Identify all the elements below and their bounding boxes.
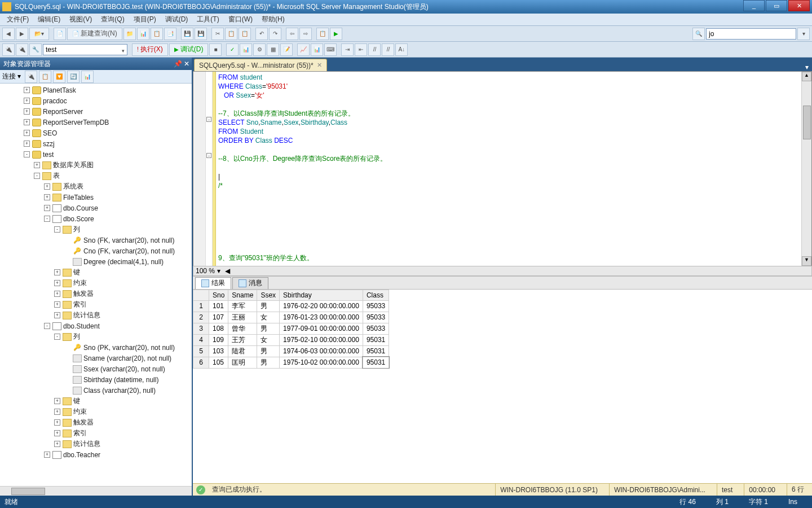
debug-button[interactable]: ▶ 调试(D) — [169, 43, 209, 56]
zoom-level[interactable]: 100 % — [196, 267, 215, 275]
code-content[interactable]: FROM student WHERE Class='95031' OR Ssex… — [216, 72, 801, 266]
grid-cell[interactable]: 男 — [257, 300, 280, 312]
redo-button[interactable]: ↷ — [269, 28, 281, 40]
fold-marker-icon[interactable]: - — [206, 153, 211, 158]
tree-node[interactable]: +PlanetTask — [0, 85, 192, 95]
grid-cell[interactable]: 109 — [209, 334, 228, 345]
grid-cell[interactable]: 王芳 — [228, 334, 257, 345]
grid-header[interactable]: Sname — [228, 290, 257, 300]
grid-header[interactable]: Class — [363, 290, 389, 300]
results-grid-button[interactable]: ▦ — [267, 43, 279, 56]
results-text-button[interactable]: 📝 — [280, 43, 293, 56]
grid-cell[interactable]: 男 — [257, 323, 280, 334]
grid-cell[interactable]: 王丽 — [228, 312, 257, 323]
grid-header[interactable]: Sbirthday — [280, 290, 363, 300]
menu-item[interactable]: 帮助(H) — [257, 14, 289, 25]
disconnect-button[interactable]: 🔌 — [16, 43, 28, 56]
expand-icon[interactable]: - — [44, 216, 50, 222]
grid-cell[interactable]: 95031 — [363, 345, 389, 357]
grid-header[interactable]: Sno — [209, 290, 228, 300]
grid-cell[interactable]: 2 — [193, 312, 209, 323]
tree-node[interactable]: +数据库关系图 — [0, 160, 192, 170]
back-button[interactable]: ◀ — [2, 28, 15, 40]
expand-icon[interactable]: + — [54, 280, 60, 286]
tree-node[interactable]: -dbo.Score — [0, 213, 192, 224]
search-input[interactable] — [706, 28, 796, 40]
tree-node[interactable]: Sname (varchar(20), not null) — [0, 353, 192, 364]
expand-icon[interactable]: + — [44, 194, 50, 200]
parse-button[interactable]: ✓ — [226, 43, 239, 56]
grid-cell[interactable]: 95031 — [363, 357, 389, 368]
minimize-button[interactable]: _ — [743, 0, 765, 11]
messages-tab[interactable]: 消息 — [232, 277, 268, 289]
undo-button[interactable]: ↶ — [255, 28, 268, 40]
expand-icon[interactable]: + — [34, 162, 40, 168]
oe-filter-button[interactable]: 🔽 — [53, 71, 65, 83]
fold-gutter[interactable]: - - — [206, 72, 213, 266]
save-all-button[interactable]: 💾 — [195, 28, 207, 40]
tree-node[interactable]: +约束 — [0, 278, 192, 288]
grid-cell[interactable]: 匡明 — [228, 357, 257, 368]
client-stats-button[interactable]: 📊 — [311, 43, 323, 56]
grid-cell[interactable]: 1977-09-01 00:00:00.000 — [280, 323, 363, 334]
oe-btn5[interactable]: 📊 — [81, 71, 94, 83]
copy-button[interactable]: 📋 — [225, 28, 237, 40]
grid-cell[interactable]: 107 — [209, 312, 228, 323]
scroll-down-icon[interactable]: ▼ — [802, 256, 811, 266]
connect-button[interactable]: 🔌 — [2, 43, 15, 56]
close-button[interactable]: ✕ — [788, 0, 810, 11]
include-plan-button[interactable]: 📈 — [297, 43, 310, 56]
expand-icon[interactable]: + — [54, 312, 60, 318]
report-button[interactable]: 📑 — [164, 28, 176, 40]
grid-cell[interactable]: 男 — [257, 357, 280, 368]
expand-icon[interactable]: + — [54, 419, 60, 426]
tree-node[interactable]: 🔑Sno (PK, varchar(20), not null) — [0, 342, 192, 353]
menu-item[interactable]: 编辑(E) — [33, 14, 65, 25]
expand-icon[interactable]: + — [54, 398, 60, 404]
tree-node[interactable]: +索引 — [0, 428, 192, 439]
sql-editor[interactable]: - - FROM student WHERE Class='95031' OR … — [193, 71, 812, 266]
grid-header[interactable] — [193, 290, 209, 300]
tree-node[interactable]: +索引 — [0, 299, 192, 310]
grid-cell[interactable]: 5 — [193, 345, 209, 357]
tree-node[interactable]: +统计信息 — [0, 439, 192, 449]
expand-icon[interactable]: + — [24, 130, 30, 136]
expand-icon[interactable]: + — [54, 301, 60, 308]
plan-button[interactable]: 📊 — [240, 43, 252, 56]
stop-button[interactable]: ■ — [209, 43, 222, 56]
grid-cell[interactable]: 95033 — [363, 300, 389, 312]
save-button[interactable]: 💾 — [181, 28, 193, 40]
grid-cell[interactable]: 女 — [257, 334, 280, 345]
grid-cell[interactable]: 3 — [193, 323, 209, 334]
expand-icon[interactable]: + — [44, 183, 50, 190]
fold-marker-icon[interactable]: - — [206, 117, 211, 122]
oe-refresh-button[interactable]: 🔄 — [67, 71, 80, 83]
properties-button[interactable]: 📋 — [316, 28, 329, 40]
menu-item[interactable]: 窗口(W) — [224, 14, 257, 25]
tree-node[interactable]: +dbo.Course — [0, 203, 192, 213]
find-button[interactable]: 🔍 — [692, 28, 705, 40]
scroll-up-icon[interactable]: ▲ — [802, 72, 811, 81]
expand-icon[interactable]: + — [24, 119, 30, 125]
tree-node[interactable]: 🔑Cno (FK, varchar(20), not null) — [0, 246, 192, 256]
scroll-thumb[interactable] — [803, 106, 811, 139]
change-conn-button[interactable]: 🔧 — [29, 43, 42, 56]
tree-node[interactable]: -列 — [0, 331, 192, 342]
tree-node[interactable]: +ReportServer — [0, 106, 192, 117]
expand-icon[interactable]: + — [24, 87, 30, 93]
grid-cell[interactable]: 1974-06-03 00:00:00.000 — [280, 345, 363, 357]
object-explorer-tree[interactable]: +PlanetTask+pracdoc+ReportServer+ReportS… — [0, 84, 192, 486]
indent-button[interactable]: ⇥ — [341, 43, 354, 56]
expand-icon[interactable]: + — [54, 291, 60, 297]
expand-icon[interactable]: - — [34, 173, 40, 179]
connect-dropdown[interactable]: 连接 ▾ — [2, 72, 21, 81]
panel-pin-icon[interactable]: 📌 ✕ — [174, 60, 189, 68]
tree-node[interactable]: +ReportServerTempDB — [0, 117, 192, 128]
tab-close-icon[interactable]: ✕ — [317, 62, 322, 69]
grid-cell[interactable]: 105 — [209, 357, 228, 368]
tree-node[interactable]: -表 — [0, 170, 192, 181]
tree-node[interactable]: Sbirthday (datetime, null) — [0, 374, 192, 385]
grid-cell[interactable]: 95033 — [363, 312, 389, 323]
tree-node[interactable]: -列 — [0, 224, 192, 235]
nav-fwd-button[interactable]: ⇨ — [299, 28, 312, 40]
